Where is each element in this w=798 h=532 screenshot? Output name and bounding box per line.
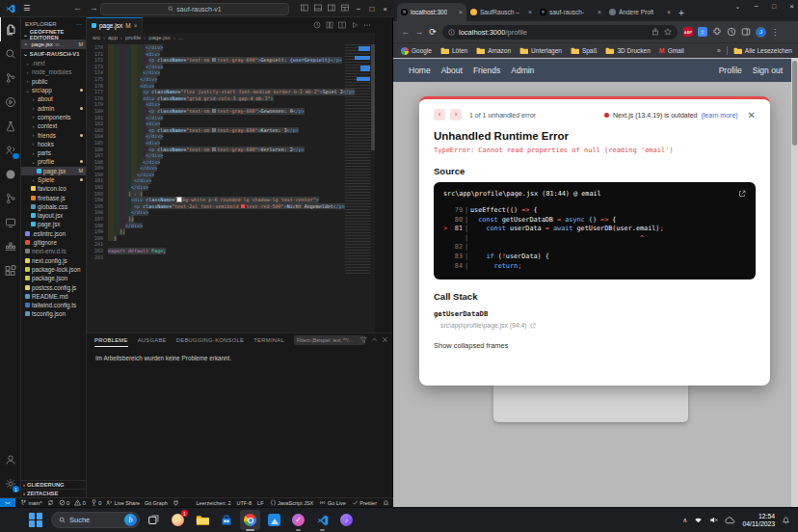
extensions-icon[interactable] (0, 258, 21, 282)
remote-indicator[interactable]: >< (0, 498, 15, 508)
close-button[interactable]: × (383, 5, 387, 13)
folder-public[interactable]: ›public (21, 77, 86, 86)
folder--next[interactable]: ›.next (21, 59, 86, 67)
next-error-button[interactable]: › (450, 109, 462, 120)
folder-src-app[interactable]: ⌄src\app (21, 86, 86, 94)
problems-filter-input[interactable]: Filtern (Beispiel: text, **/… (294, 335, 365, 345)
browser-tab[interactable]: nlocalhost:300× (397, 3, 466, 21)
bookmark-unterlagen[interactable]: Unterlagen (519, 47, 562, 55)
status-item-0[interactable]: 0 (91, 499, 102, 506)
file-readme-md[interactable]: README.md (21, 292, 86, 301)
nav-link-profile[interactable]: Profile (719, 66, 742, 75)
folder-about[interactable]: ›about (21, 94, 86, 103)
close-panel-icon[interactable] (382, 336, 388, 343)
bookmark-amazon[interactable]: Amazon (476, 47, 511, 55)
status-item-0[interactable]: 0 (74, 499, 86, 506)
testing-icon[interactable] (0, 114, 21, 138)
timeline-section[interactable]: ›ZEITACHSE (21, 489, 86, 497)
remote-explorer-icon[interactable] (0, 210, 21, 234)
file-firebase-js[interactable]: firebase.js (21, 193, 86, 201)
file-explorer-icon[interactable] (192, 510, 212, 530)
editor-scrollbar[interactable] (371, 44, 375, 150)
nav-back-icon[interactable]: ← (73, 3, 82, 13)
show-collapsed-frames-link[interactable]: Show collapsed frames (434, 341, 756, 350)
browser-tab[interactable]: SaufRausch –× (466, 3, 536, 21)
menu-icon[interactable]: ☰ (23, 4, 30, 13)
prev-error-button[interactable]: ‹ (434, 109, 445, 120)
status-item-0[interactable]: 0 (59, 499, 70, 506)
code-editor[interactable]: 170 </div>171 <div>172 <p className="tex… (87, 44, 375, 332)
file-globals-css[interactable]: globals.css (21, 202, 86, 211)
open-in-editor-icon[interactable] (738, 190, 746, 198)
file-package-json[interactable]: package.json (21, 274, 86, 282)
folder-node-modules[interactable]: ›node_modules (21, 67, 86, 76)
file-layout-jsx[interactable]: layout.jsx (21, 211, 86, 220)
breadcrumb-item[interactable]: src (93, 35, 100, 40)
maximize-button[interactable]: □ (369, 5, 374, 13)
close-overlay-icon[interactable]: ✕ (748, 110, 756, 120)
filter-icon[interactable] (360, 336, 367, 343)
clock[interactable]: 12:54 04/11/2023 (742, 513, 775, 528)
extensions-puzzle-icon[interactable] (712, 27, 722, 37)
minimap[interactable] (345, 44, 370, 276)
all-bookmarks-folder[interactable]: Alle Lesezeichen (733, 47, 792, 54)
panel-tab-debugging-konsole[interactable]: DEBUGGING-KONSOLE (176, 337, 245, 343)
outline-section[interactable]: ›GLIEDERUNG (21, 480, 86, 489)
open-editor-item[interactable]: × page.jsx sr... M (21, 40, 86, 49)
containers-icon[interactable] (0, 234, 21, 258)
minimize-button[interactable]: − (357, 5, 361, 13)
bookmark-google[interactable]: Google (401, 47, 432, 55)
panel-tab-probleme[interactable]: PROBLEME (94, 333, 128, 347)
todo-app-icon[interactable]: ✓ (288, 510, 308, 530)
browser-menu-icon[interactable]: ⋮ (771, 28, 779, 37)
folder-components[interactable]: ›components (21, 113, 86, 121)
status-item-javascript-jsx[interactable]: JavaScript JSX (270, 499, 314, 506)
share-icon[interactable] (652, 28, 659, 36)
close-tab-icon[interactable]: × (528, 9, 532, 15)
file-postcss-config-js[interactable]: postcss.config.js (21, 282, 86, 291)
media-app-icon[interactable]: ♪ (336, 510, 357, 530)
vscode-icon[interactable] (312, 510, 332, 530)
project-section-header[interactable]: ⌄SAUF-RAUSCH-V1 (21, 49, 86, 59)
close-tab-icon[interactable]: × (598, 9, 601, 15)
nav-link-about[interactable]: About (441, 66, 463, 75)
status-item-sync[interactable] (47, 499, 54, 506)
status-item-prettier[interactable]: Prettier (352, 499, 377, 506)
close-tab-icon[interactable]: × (459, 9, 463, 15)
close-icon[interactable]: × (24, 41, 28, 47)
breadcrumb-item[interactable]: page.jsx (148, 35, 170, 40)
collapse-panel-icon[interactable] (371, 336, 378, 343)
run-debug-icon[interactable] (0, 90, 21, 114)
folder-spiele[interactable]: ›Spiele (21, 175, 86, 184)
file-next-env-d-ts[interactable]: next-env.d.ts (21, 247, 86, 255)
status-item-utf-8[interactable]: UTF-8 (236, 500, 252, 506)
search-icon[interactable] (0, 41, 21, 66)
nav-link-sign-out[interactable]: Sign out (753, 66, 783, 75)
status-item-leerzeichen-2[interactable]: Leerzeichen: 2 (196, 500, 230, 506)
maximize-button[interactable]: □ (772, 3, 776, 10)
photos-app-icon[interactable] (264, 510, 284, 530)
toggle-sidebar-icon[interactable] (301, 4, 308, 12)
notifications-bell-icon[interactable] (782, 516, 790, 524)
folder-profile[interactable]: ⌄profile (21, 157, 86, 166)
network-icon[interactable] (694, 516, 703, 524)
browser-tab[interactable]: nsauf-rausch-× (536, 3, 605, 21)
live-share-icon[interactable] (0, 138, 21, 162)
volume-muted-icon[interactable] (709, 516, 718, 524)
nav-link-friends[interactable]: Friends (473, 66, 500, 75)
more-actions-icon[interactable] (363, 21, 371, 29)
back-icon[interactable]: ← (399, 27, 412, 37)
microsoft-store-icon[interactable] (216, 510, 236, 530)
status-item-live-share[interactable]: Live Share (106, 499, 140, 506)
command-center-search[interactable]: sauf-rausch-v1 (100, 3, 289, 15)
chrome-icon[interactable] (240, 510, 260, 530)
file-page-jsx[interactable]: page.jsx (21, 220, 86, 228)
start-button-icon[interactable] (29, 513, 43, 527)
task-view-icon[interactable] (144, 510, 164, 530)
customize-layout-icon[interactable] (341, 4, 349, 12)
nav-link-home[interactable]: Home (409, 66, 431, 75)
close-button[interactable]: × (789, 2, 794, 11)
file-page-jsx[interactable]: page.jsxM (21, 167, 86, 175)
file-tsconfig-json[interactable]: tsconfig.json (21, 309, 86, 318)
run-icon[interactable] (351, 21, 359, 29)
